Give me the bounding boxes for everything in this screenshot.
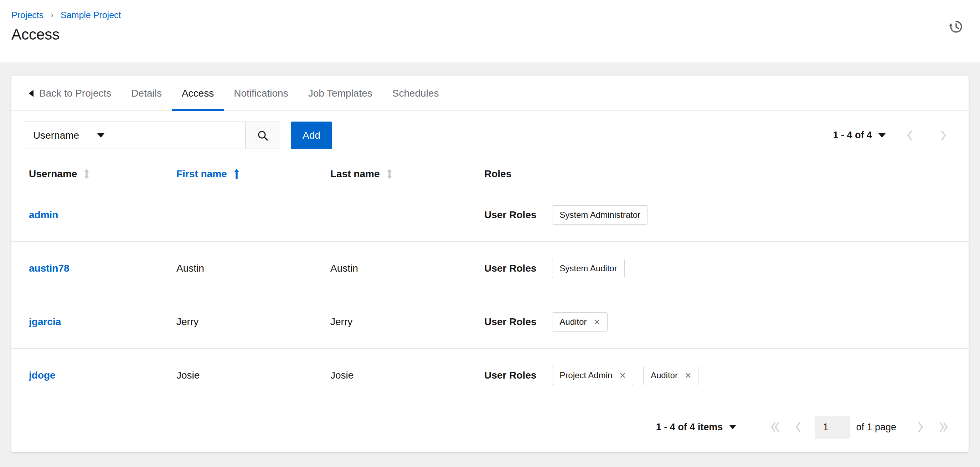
prev-page-button[interactable]	[791, 419, 806, 435]
column-header-username[interactable]: Username	[29, 168, 177, 180]
role-chips: System Administrator	[552, 206, 648, 225]
filter-type-dropdown[interactable]: Username	[23, 121, 114, 149]
search-icon	[256, 129, 269, 142]
role-chips: Project Admin × Auditor ×	[552, 366, 698, 385]
add-button[interactable]: Add	[291, 121, 332, 149]
column-header-roles: Roles	[484, 168, 969, 180]
back-arrow-icon	[29, 90, 33, 97]
first-name-cell: Austin	[177, 263, 330, 274]
history-button[interactable]	[947, 18, 965, 37]
table-row: jdoge Josie Josie User Roles Project Adm…	[11, 349, 969, 402]
role-chip: Auditor ×	[643, 366, 699, 385]
user-roles-label: User Roles	[484, 316, 536, 328]
prev-page-button[interactable]	[902, 128, 918, 143]
roles-cell: User Roles System Auditor	[484, 259, 969, 278]
current-page-input[interactable]	[815, 416, 850, 438]
tab-label: Job Templates	[308, 88, 372, 99]
remove-role-button[interactable]: ×	[685, 370, 691, 381]
table-row: admin User Roles System Administrator	[11, 188, 969, 242]
username-link[interactable]: austin78	[29, 263, 177, 274]
close-icon: ×	[685, 369, 691, 381]
filter-type-label: Username	[33, 130, 79, 141]
tab-label: Schedules	[392, 88, 439, 99]
breadcrumb: Projects › Sample Project	[11, 10, 980, 20]
username-link[interactable]: jgarcia	[29, 316, 177, 328]
next-page-button[interactable]	[913, 419, 928, 435]
remove-role-button[interactable]: ×	[619, 370, 626, 381]
tab-access[interactable]: Access	[172, 76, 224, 110]
last-name-cell: Jerry	[330, 316, 484, 328]
role-chip-label: Auditor	[560, 317, 587, 327]
column-header-first-name[interactable]: First name	[177, 168, 330, 180]
toolbar-pagination: 1 - 4 of 4	[833, 128, 951, 143]
role-chips: Auditor ×	[552, 312, 608, 332]
chevron-right-icon	[940, 130, 947, 141]
page-header: Projects › Sample Project Access	[0, 0, 980, 62]
column-label: First name	[177, 168, 227, 180]
role-chip: Auditor ×	[552, 312, 608, 332]
user-roles-label: User Roles	[484, 263, 536, 274]
access-card: Back to Projects Details Access Notifica…	[11, 76, 969, 452]
column-label: Username	[29, 168, 77, 180]
breadcrumb-link-sample-project[interactable]: Sample Project	[60, 10, 121, 20]
close-icon: ×	[594, 316, 600, 328]
role-chips: System Auditor	[552, 259, 624, 278]
role-chip: System Auditor	[552, 259, 624, 278]
tab-label: Details	[131, 88, 162, 99]
tab-notifications[interactable]: Notifications	[224, 76, 298, 110]
role-chip: Project Admin ×	[552, 366, 633, 385]
tab-bar: Back to Projects Details Access Notifica…	[11, 76, 969, 111]
caret-down-icon[interactable]	[878, 133, 886, 138]
last-name-cell: Austin	[330, 263, 484, 274]
role-chip-label: System Auditor	[560, 263, 617, 273]
toolbar: Username Add 1 - 4 of 4	[11, 111, 969, 160]
column-label: Roles	[484, 168, 511, 180]
caret-down-icon	[97, 133, 104, 138]
breadcrumb-link-projects[interactable]: Projects	[11, 10, 43, 20]
next-page-button[interactable]	[935, 128, 951, 143]
tab-label: Back to Projects	[39, 88, 111, 99]
tab-details[interactable]: Details	[121, 76, 172, 110]
items-summary: 1 - 4 of 4 items	[656, 422, 723, 433]
pagination-footer: 1 - 4 of 4 items of 1 page	[11, 402, 969, 452]
tab-back-to-projects[interactable]: Back to Projects	[19, 76, 121, 110]
tab-label: Notifications	[234, 88, 288, 99]
roles-cell: User Roles System Administrator	[484, 206, 969, 225]
chevron-double-right-icon	[938, 421, 949, 433]
content-area: Back to Projects Details Access Notifica…	[0, 62, 980, 452]
sort-icon	[83, 169, 90, 179]
column-header-last-name[interactable]: Last name	[330, 168, 484, 180]
pagination-summary: 1 - 4 of 4	[833, 130, 872, 141]
roles-cell: User Roles Project Admin × Auditor ×	[484, 366, 969, 385]
table-row: jgarcia Jerry Jerry User Roles Auditor ×	[11, 295, 969, 349]
table-row: austin78 Austin Austin User Roles System…	[11, 242, 969, 295]
role-chip-label: Auditor	[651, 370, 678, 380]
search-input[interactable]	[114, 121, 245, 149]
sort-ascending-icon	[234, 169, 240, 179]
history-icon	[949, 19, 964, 34]
first-name-cell: Jerry	[177, 316, 330, 328]
chevron-double-left-icon	[770, 421, 781, 433]
chevron-left-icon	[795, 421, 802, 433]
username-link[interactable]: admin	[29, 209, 177, 221]
last-name-cell: Josie	[330, 370, 484, 381]
first-name-cell: Josie	[177, 370, 330, 381]
tab-label: Access	[182, 88, 214, 99]
user-roles-label: User Roles	[484, 370, 536, 381]
last-page-button[interactable]	[935, 419, 951, 435]
search-button[interactable]	[245, 121, 280, 149]
roles-cell: User Roles Auditor ×	[484, 312, 969, 332]
page-title: Access	[11, 26, 980, 43]
close-icon: ×	[619, 369, 626, 381]
chevron-left-icon	[906, 130, 913, 141]
remove-role-button[interactable]: ×	[594, 317, 600, 327]
first-page-button[interactable]	[768, 419, 783, 435]
breadcrumb-separator: ›	[51, 10, 54, 20]
username-link[interactable]: jdoge	[29, 370, 177, 381]
table-header: Username First name Last name Roles	[11, 160, 969, 188]
tab-schedules[interactable]: Schedules	[382, 76, 449, 110]
caret-down-icon[interactable]	[729, 425, 736, 429]
user-roles-label: User Roles	[484, 209, 536, 221]
tab-job-templates[interactable]: Job Templates	[298, 76, 382, 110]
sort-icon	[386, 169, 393, 179]
